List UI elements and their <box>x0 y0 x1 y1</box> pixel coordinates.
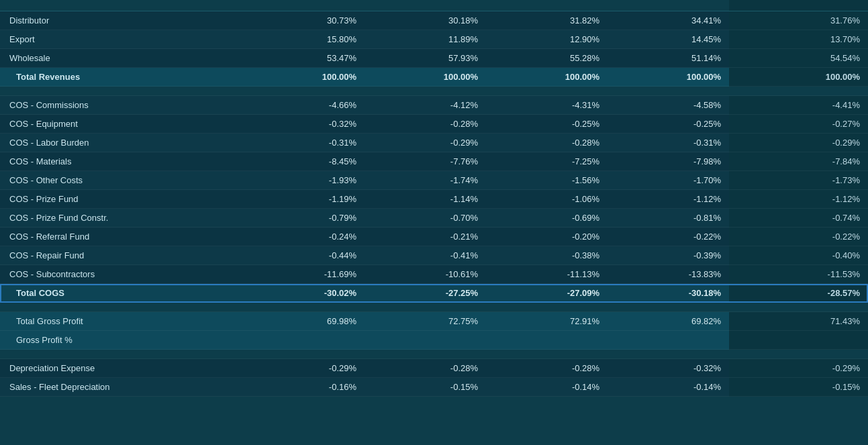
cell-label: COS - Prize Fund <box>0 190 243 209</box>
cell-label: Depreciation Expense <box>0 359 243 378</box>
cell-annual: 31.76% <box>729 11 868 30</box>
cell-label: COS - Materials <box>0 152 243 171</box>
cell-q3: -7.25% <box>486 152 608 171</box>
cell-q4: 69.82% <box>608 312 729 331</box>
table-row: COS - Prize Fund-1.19%-1.14%-1.06%-1.12%… <box>0 190 868 209</box>
cell-annual: -0.29% <box>729 359 868 378</box>
cell-label: COS - Repair Fund <box>0 246 243 265</box>
cell-q3: -1.06% <box>486 190 608 209</box>
table-row <box>0 87 868 96</box>
cell-q2: 100.00% <box>365 68 486 87</box>
cell-annual: 71.43% <box>729 312 868 331</box>
col-q2 <box>365 0 486 11</box>
cell-label: COS - Other Costs <box>0 171 243 190</box>
cell-annual: -0.22% <box>729 228 868 246</box>
cell-q4: -30.18% <box>608 284 729 303</box>
cell-q2: 72.75% <box>365 312 486 331</box>
table-row: Total Revenues100.00%100.00%100.00%100.0… <box>0 68 868 87</box>
cell-label: Export <box>0 30 243 49</box>
cell-q2 <box>365 331 486 350</box>
cell-q3: 100.00% <box>486 68 608 87</box>
cell-q2: -0.28% <box>365 359 486 378</box>
cell-annual: -1.12% <box>729 190 868 209</box>
cell-q2: -0.70% <box>365 209 486 228</box>
cell-q3: -0.20% <box>486 228 608 246</box>
table-row: Sales - Fleet Depreciation-0.16%-0.15%-0… <box>0 378 868 397</box>
cell-label: Distributor <box>0 11 243 30</box>
cell-q4: -0.32% <box>608 359 729 378</box>
cell-q3: -0.25% <box>486 115 608 134</box>
cell-q4: 51.14% <box>608 49 729 68</box>
cell-q1: -0.16% <box>243 378 365 397</box>
cell-annual: -0.27% <box>729 115 868 134</box>
cell-label: COS - Equipment <box>0 115 243 134</box>
cell-annual: 13.70% <box>729 30 868 49</box>
cell-q3: 12.90% <box>486 30 608 49</box>
cell-q2: 30.18% <box>365 11 486 30</box>
cell-q4: 100.00% <box>608 68 729 87</box>
cell-q3: -27.09% <box>486 284 608 303</box>
cell-q4: -7.98% <box>608 152 729 171</box>
cell-q3: 72.91% <box>486 312 608 331</box>
table-row: Depreciation Expense-0.29%-0.28%-0.28%-0… <box>0 359 868 378</box>
cell-annual: -1.73% <box>729 171 868 190</box>
cell-q1: -4.66% <box>243 96 365 115</box>
cell-q4: -13.83% <box>608 265 729 284</box>
table-row: Total Gross Profit69.98%72.75%72.91%69.8… <box>0 312 868 331</box>
cell-label: Sales - Fleet Depreciation <box>0 378 243 397</box>
table-row: COS - Commissions-4.66%-4.12%-4.31%-4.58… <box>0 96 868 115</box>
cell-q1: 30.73% <box>243 11 365 30</box>
cell-annual: 100.00% <box>729 68 868 87</box>
cell-q3: -0.38% <box>486 246 608 265</box>
cell-q1: -11.69% <box>243 265 365 284</box>
cell-q4: -0.25% <box>608 115 729 134</box>
cell-q2: -0.21% <box>365 228 486 246</box>
cell-annual: 54.54% <box>729 49 868 68</box>
cell-label: COS - Commissions <box>0 96 243 115</box>
table-row: COS - Prize Fund Constr.-0.79%-0.70%-0.6… <box>0 209 868 228</box>
cell-q1: -8.45% <box>243 152 365 171</box>
cell-q3 <box>486 331 608 350</box>
financial-table: Distributor30.73%30.18%31.82%34.41%31.76… <box>0 0 868 445</box>
cell-annual: -0.40% <box>729 246 868 265</box>
cell-annual: -0.74% <box>729 209 868 228</box>
cell-q1: -0.79% <box>243 209 365 228</box>
cell-label: COS - Referral Fund <box>0 228 243 246</box>
cell-q3: -0.14% <box>486 378 608 397</box>
table-row: Gross Profit % <box>0 331 868 350</box>
cell-annual: -28.57% <box>729 284 868 303</box>
cell-q3: -1.56% <box>486 171 608 190</box>
cell-annual: -7.84% <box>729 152 868 171</box>
cell-label: Total COGS <box>0 284 243 303</box>
cell-q4: -1.12% <box>608 190 729 209</box>
cell-label: Wholesale <box>0 49 243 68</box>
cell-q2: -27.25% <box>365 284 486 303</box>
cell-q2: -1.14% <box>365 190 486 209</box>
cell-q1: 53.47% <box>243 49 365 68</box>
cell-label: COS - Subcontractors <box>0 265 243 284</box>
cell-q3: -0.28% <box>486 134 608 152</box>
cell-q3: 55.28% <box>486 49 608 68</box>
col-q3 <box>486 0 608 11</box>
col-q1 <box>243 0 365 11</box>
cell-q1: -30.02% <box>243 284 365 303</box>
cell-label: COS - Labor Burden <box>0 134 243 152</box>
cell-q1: -0.29% <box>243 359 365 378</box>
table-row: COS - Other Costs-1.93%-1.74%-1.56%-1.70… <box>0 171 868 190</box>
table-row: Distributor30.73%30.18%31.82%34.41%31.76… <box>0 11 868 30</box>
cell-annual: -0.15% <box>729 378 868 397</box>
table-row: COS - Subcontractors-11.69%-10.61%-11.13… <box>0 265 868 284</box>
cell-q3: -11.13% <box>486 265 608 284</box>
table-row: Total COGS-30.02%-27.25%-27.09%-30.18%-2… <box>0 284 868 303</box>
cell-q4: -0.22% <box>608 228 729 246</box>
table-row: COS - Repair Fund-0.44%-0.41%-0.38%-0.39… <box>0 246 868 265</box>
cell-q1: 100.00% <box>243 68 365 87</box>
cell-q2: -4.12% <box>365 96 486 115</box>
cell-annual <box>729 331 868 350</box>
cell-q2: -1.74% <box>365 171 486 190</box>
cell-q1: -0.24% <box>243 228 365 246</box>
cell-q1: -0.31% <box>243 134 365 152</box>
cell-label: Total Gross Profit <box>0 312 243 331</box>
cell-q1: -0.44% <box>243 246 365 265</box>
table-header <box>0 0 868 11</box>
